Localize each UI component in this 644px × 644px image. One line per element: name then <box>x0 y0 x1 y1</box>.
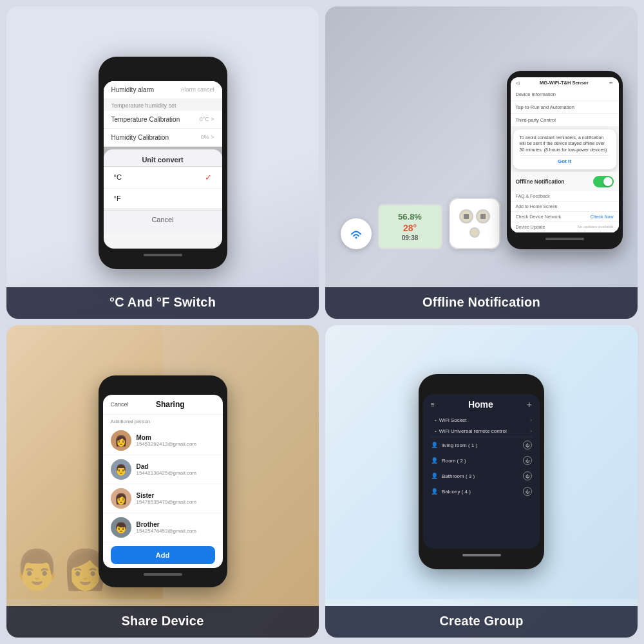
humidity-alarm-value: Alarm cancel <box>180 86 214 93</box>
offline-toggle[interactable] <box>593 176 614 187</box>
living-room-label: living room ( 1 ) <box>442 442 477 448</box>
power-icon-room[interactable]: ⏻ <box>523 456 532 465</box>
wifi-remote-label: WiFi Universal remote control <box>439 428 507 434</box>
temp-cal-label: Temperature Calibration <box>111 116 180 123</box>
power-icon-balcony[interactable]: ⏻ <box>523 487 532 496</box>
additional-person-label: Additional person <box>103 415 223 426</box>
plug-prong-1 <box>464 214 469 219</box>
toggle-knob <box>603 177 612 186</box>
person-name-brother: Brother <box>137 521 215 528</box>
update-status: No updates available <box>577 225 613 229</box>
menu-icon[interactable]: ≡ <box>431 401 435 408</box>
edit-icon: ✏ <box>609 80 613 86</box>
phone-screen-1: Humidity alarm Alarm cancel Temperature … <box>104 81 222 249</box>
group-icon-room: 👤 <box>431 457 438 464</box>
check-network-label: Check Device Network <box>516 214 562 219</box>
cell3-label: Share Device <box>6 606 319 638</box>
device-update-row: Device Update No updates available <box>511 222 619 232</box>
power-icon-living[interactable]: ⏻ <box>523 440 532 450</box>
app-row-third-party: Third-party Control <box>511 114 619 127</box>
group-icon-living: 👤 <box>431 442 438 448</box>
person-email-brother: 15425476453@gmail.com <box>137 528 215 534</box>
sensor-display: 56.8% 28° 09:38 <box>378 204 442 249</box>
phone-notch-1 <box>140 66 185 77</box>
cell1-label: °C And °F Switch <box>6 287 319 319</box>
phone-home-bar-1 <box>144 254 182 256</box>
person-info-sister: Sister 15476535479@gmail.com <box>137 492 215 505</box>
cell4-label: Create Group <box>325 606 638 638</box>
person-email-sister: 15476535479@gmail.com <box>137 499 215 505</box>
humidity-cal-label: Humidity Calibration <box>111 134 169 141</box>
offline-notification-row: Offline Notification <box>511 172 619 191</box>
phone-home-bar-3 <box>144 573 182 576</box>
fahrenheit-label: °F <box>114 194 121 202</box>
cell-offline-notification: 56.8% 28° 09:38 <box>325 6 638 319</box>
sharing-cancel-btn[interactable]: Cancel <box>111 401 129 408</box>
check-now-btn[interactable]: Check Now <box>591 214 614 219</box>
humidity-cal-value: 0% > <box>201 134 214 140</box>
cell-share-device: 👨‍👩 Cancel Sharing x Additional person 👩… <box>6 325 319 638</box>
group-left-balcony: 👤 Balcony ( 4 ) <box>431 488 471 495</box>
offline-label: Offline Notification <box>516 178 565 185</box>
wifi-badge-icon <box>341 218 372 249</box>
person-row-dad: 👨 Dad 15442138425@gmail.com <box>103 455 223 484</box>
person-row-brother: 👦 Brother 15425476453@gmail.com <box>103 513 223 542</box>
temp-humidity-section: Temperature humidity set <box>104 99 222 111</box>
room-label: Room ( 2 ) <box>442 458 466 464</box>
sensor-humidity: 56.8% <box>398 212 422 222</box>
phone-mockup-3: Cancel Sharing x Additional person 👩 Mom… <box>99 375 227 587</box>
person-info-mom: Mom 15453282413@gmail.com <box>137 434 215 447</box>
faq-label: FAQ & Feedback <box>516 194 550 198</box>
phone-home-bar-4 <box>462 554 501 556</box>
faq-row: FAQ & Feedback <box>511 191 619 202</box>
option-celsius[interactable]: °C ✓ <box>104 167 222 189</box>
svg-point-0 <box>355 236 357 238</box>
phone-screen-4: ≡ Home + •WiFi Socket › •WiFi Universal … <box>423 394 540 549</box>
device-name-label: MG-WiFi-T&H Sensor <box>540 80 589 86</box>
got-it-btn[interactable]: Got It <box>520 155 610 164</box>
device-update-label: Device Update <box>516 225 545 229</box>
plug-hole-1 <box>459 209 473 223</box>
group-row-room: 👤 Room ( 2 ) ⏻ <box>423 453 540 468</box>
home-title: Home <box>468 399 493 410</box>
group-left-room: 👤 Room ( 2 ) <box>431 457 466 464</box>
home-header: ≡ Home + <box>423 394 540 415</box>
modal-overlay: Unit convert °C ✓ °F Cancel <box>104 147 222 234</box>
celsius-label: °C <box>114 173 122 181</box>
balcony-label: Balcony ( 4 ) <box>442 489 471 495</box>
bathroom-label: Bathroom ( 3 ) <box>442 473 475 479</box>
person-row-mom: 👩 Mom 15453282413@gmail.com <box>103 426 223 455</box>
sharing-spacer: x <box>212 401 215 408</box>
settings-row-temp-cal: Temperature Calibration 0°C > <box>104 111 222 129</box>
wifi-socket-label: WiFi Socket <box>439 417 467 423</box>
power-icon-bathroom[interactable]: ⏻ <box>523 471 532 480</box>
cell-create-group: ≡ Home + •WiFi Socket › •WiFi Universal … <box>325 325 638 638</box>
phone-screen-3: Cancel Sharing x Additional person 👩 Mom… <box>103 395 223 568</box>
sharing-header: Cancel Sharing x <box>103 395 223 415</box>
check-network-row: Check Device Network Check Now <box>511 212 619 222</box>
arrow-1: › <box>530 417 532 423</box>
avatar-dad: 👨 <box>111 459 131 480</box>
main-grid: Humidity alarm Alarm cancel Temperature … <box>0 0 644 644</box>
notification-popup: To avoid constant reminders, a notificat… <box>513 129 616 169</box>
option-fahrenheit[interactable]: °F <box>104 189 222 209</box>
sensor-time: 09:38 <box>402 234 419 242</box>
device-row-wifi-socket: •WiFi Socket › <box>423 415 540 426</box>
group-left-living: 👤 living room ( 1 ) <box>431 442 477 448</box>
cancel-button[interactable]: Cancel <box>104 210 222 229</box>
plus-icon[interactable]: + <box>527 399 532 410</box>
avatar-brother: 👦 <box>111 517 131 538</box>
app-header: ◁ MG-WiFi-T&H Sensor ✏ <box>511 77 619 88</box>
sensor-temp: 28° <box>403 223 417 233</box>
avatar-mom: 👩 <box>111 430 131 451</box>
add-home-row: Add to Home Screen <box>511 202 619 212</box>
device-row-wifi-remote: •WiFi Universal remote control › <box>423 426 540 437</box>
group-row-bathroom: 👤 Bathroom ( 3 ) ⏻ <box>423 468 540 484</box>
phone-screen-2: ◁ MG-WiFi-T&H Sensor ✏ Device Informatio… <box>511 77 619 232</box>
group-icon-bathroom: 👤 <box>431 473 438 479</box>
humidity-alarm-label: Humidity alarm <box>111 86 155 93</box>
group-icon-balcony: 👤 <box>431 488 438 495</box>
add-button[interactable]: Add <box>111 546 215 564</box>
plug-prong-2 <box>480 214 486 219</box>
person-name-dad: Dad <box>137 463 215 470</box>
